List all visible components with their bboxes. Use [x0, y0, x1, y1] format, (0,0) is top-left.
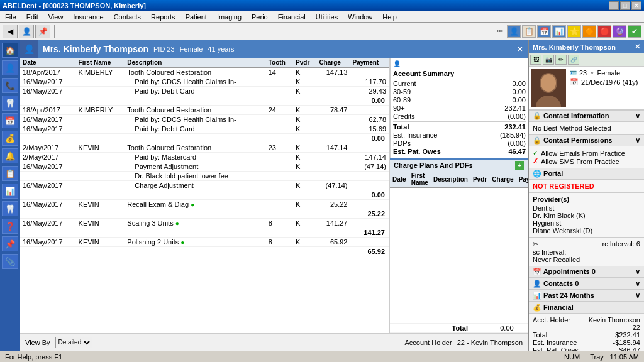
- toolbar-icon-6[interactable]: 🔶: [582, 25, 596, 38]
- menu-imaging[interactable]: Imaging: [214, 13, 244, 21]
- menu-contacts[interactable]: Contacts: [111, 13, 143, 21]
- ledger-table: Date First Name Description Tooth Pvdr C…: [20, 58, 389, 256]
- sidebar-icon-home[interactable]: 🏠: [2, 43, 18, 58]
- toolbar-pin[interactable]: 📌: [35, 25, 50, 38]
- past24-expand[interactable]: ∨: [635, 292, 640, 300]
- menu-financial[interactable]: Financial: [275, 13, 308, 21]
- toolbar-icon-1[interactable]: 👤: [507, 25, 521, 38]
- patient-title: Mrs. Kimberly Thompson: [43, 44, 148, 54]
- contacts-header[interactable]: 👤 Contacts 0 ∨: [529, 278, 644, 290]
- menu-utilities[interactable]: Utilities: [313, 13, 340, 21]
- right-panel-actions: 🖼 📷 ✏ 🔗: [529, 53, 644, 67]
- sidebar-icon-pin[interactable]: 📌: [2, 236, 18, 251]
- contact-info-header[interactable]: 🔒 Contact Information ∨: [529, 110, 644, 122]
- table-row: 2/May/2017 KEVIN Tooth Coloured Restorat…: [20, 143, 389, 153]
- toolbar-icon-2[interactable]: 📋: [522, 25, 536, 38]
- contact-info-label: Contact Information: [543, 112, 609, 119]
- no-best-method: No Best Method Selected: [533, 124, 611, 132]
- ledger-area: Date First Name Description Tooth Pvdr C…: [20, 58, 528, 333]
- close-btn[interactable]: ✕: [631, 1, 641, 10]
- header-close-btn[interactable]: ✕: [517, 45, 523, 53]
- menu-insurance[interactable]: Insurance: [70, 13, 106, 21]
- toolbar-icon-9[interactable]: ✔: [628, 25, 641, 38]
- right-action-4[interactable]: 🔗: [568, 55, 579, 65]
- restore-btn[interactable]: □: [620, 1, 630, 10]
- right-close-icon[interactable]: ✕: [635, 43, 640, 51]
- status-num: NUM: [564, 353, 580, 361]
- menu-patient[interactable]: Patient: [183, 13, 209, 21]
- contacts-label: Contacts: [543, 280, 573, 287]
- left-content: 👤 Mrs. Kimberly Thompson PID 23 Female 4…: [20, 40, 528, 351]
- table-row: 16/May/2017 KEVIN Polishing 2 Units ● 8 …: [20, 238, 389, 247]
- menu-perio[interactable]: Perio: [249, 13, 270, 21]
- sidebar-icon-finance[interactable]: 💰: [2, 131, 18, 146]
- green-dot: ●: [191, 201, 194, 208]
- charge-plans-add-btn[interactable]: +: [515, 161, 524, 170]
- sidebar-icon-help[interactable]: ❓: [2, 219, 18, 234]
- patient-icon: 👤: [20, 40, 38, 58]
- sidebar-icon-phone[interactable]: 📞: [2, 78, 18, 93]
- sidebar-icon-chart[interactable]: 📊: [2, 184, 18, 199]
- table-row: 18/Apr/2017 KIMBERLY Tooth Coloured Rest…: [20, 68, 389, 77]
- acct-icon: 👤: [393, 60, 401, 67]
- title-bar: ABELDent - [000023 THOMPSON, Kimberly] ─…: [0, 0, 644, 11]
- col-firstname: First Name: [76, 58, 125, 68]
- never-recalled: Never Recalled: [533, 256, 640, 263]
- sidebar-icon-tooth[interactable]: 🦷: [2, 96, 18, 111]
- acct-holder-lbl: Acct. Holder: [533, 316, 570, 324]
- sidebar-icon-patient[interactable]: 👤: [2, 60, 18, 75]
- toolbar-icon-4[interactable]: 📊: [552, 25, 566, 38]
- contacts-icon: 👤: [533, 280, 541, 287]
- status-bar: For Help, press F1 NUM Tray - 11:05 AM: [0, 351, 644, 362]
- minimize-btn[interactable]: ─: [609, 1, 619, 10]
- menu-edit[interactable]: Edit: [24, 13, 41, 21]
- sidebar-icon-tooth2[interactable]: 🦷: [2, 201, 18, 216]
- right-panel: Mrs. Kimberly Thompson ✕ 🖼 📷 ✏ 🔗: [528, 40, 644, 351]
- past24-header[interactable]: 📊 Past 24 Months ∨: [529, 290, 644, 302]
- table-row: 2/May/2017 Paid by: Mastercard K 147.14: [20, 153, 389, 162]
- menu-help[interactable]: Help: [380, 13, 399, 21]
- toolbar-icon-8[interactable]: 🔮: [613, 25, 626, 38]
- menu-window[interactable]: Window: [345, 13, 375, 21]
- toolbar-icon-3[interactable]: 📅: [537, 25, 551, 38]
- sidebar-icon-clip[interactable]: 📎: [2, 254, 18, 269]
- contacts-expand[interactable]: ∨: [635, 280, 640, 288]
- toolbar-back[interactable]: ◀: [3, 25, 18, 38]
- email-check-icon: ✓: [533, 149, 538, 157]
- charge-plans-header-row: Date First Name Description Pvdr Charge …: [390, 171, 528, 188]
- toolbar-dots: •••: [496, 28, 503, 35]
- permissions-lock-icon: 🔒: [533, 136, 541, 144]
- charge-plans-table: Date First Name Description Pvdr Charge …: [390, 171, 528, 333]
- fin-total-val: $232.41: [615, 331, 640, 339]
- summary-3059: 30-590.00: [393, 88, 526, 96]
- menu-reports[interactable]: Reports: [148, 13, 178, 21]
- financial-header[interactable]: 💰 Financial: [529, 302, 644, 314]
- portal-content: NOT REGISTERED: [529, 180, 644, 192]
- appointments-label: Appointments: [543, 268, 590, 275]
- past24-icon: 📊: [533, 292, 541, 299]
- sidebar-icon-bell[interactable]: 🔔: [2, 148, 18, 163]
- sidebar-icon-clipboard[interactable]: 📋: [2, 166, 18, 181]
- contact-info-expand[interactable]: ∨: [635, 112, 640, 120]
- menu-file[interactable]: File: [3, 13, 19, 21]
- right-action-1[interactable]: 🖼: [530, 55, 541, 65]
- menu-view[interactable]: View: [46, 13, 66, 21]
- portal-status: NOT REGISTERED: [533, 182, 594, 190]
- dentist-value: Dr. Kim Black (K): [533, 212, 640, 219]
- sidebar-icon-calendar[interactable]: 📅: [2, 113, 18, 128]
- fin-total-lbl: Total: [533, 331, 547, 339]
- right-action-3[interactable]: ✏: [555, 55, 567, 65]
- green-dot: ●: [175, 220, 179, 227]
- patient-header-wrapper: 👤 Mrs. Kimberly Thompson PID 23 Female 4…: [20, 40, 528, 58]
- toolbar-icon-5[interactable]: ⭐: [567, 25, 581, 38]
- appt-expand[interactable]: ∨: [635, 268, 640, 276]
- toolbar-icon-7[interactable]: 🔴: [597, 25, 611, 38]
- toolbar-user[interactable]: 👤: [19, 25, 34, 38]
- portal-header: 🌐 Portal: [529, 168, 644, 180]
- right-action-2[interactable]: 📷: [543, 55, 554, 65]
- permissions-expand[interactable]: ∨: [635, 136, 640, 145]
- view-by-select[interactable]: Detailed: [55, 337, 92, 348]
- account-summary: 👤 Account Summary Current0.00 30-590.00 …: [390, 58, 528, 158]
- contact-permissions-header[interactable]: 🔒 Contact Permissions ∨: [529, 134, 644, 146]
- appointments-header[interactable]: 📅 Appointments 0 ∨: [529, 266, 644, 278]
